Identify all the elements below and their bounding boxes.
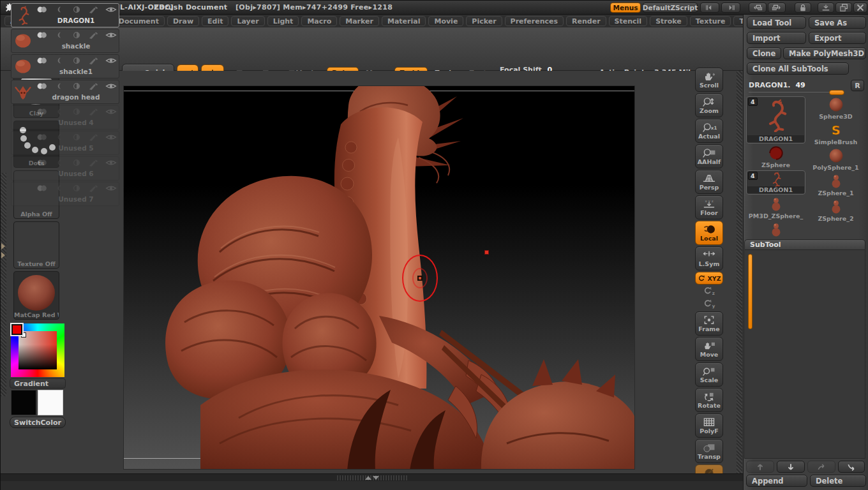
make-polymesh3d-button[interactable]: Make PolyMesh3D: [783, 47, 866, 59]
subtool-extract-button[interactable]: [807, 461, 835, 473]
secondary-color-swatch[interactable]: [38, 390, 63, 415]
shelf-button[interactable]: z: [695, 286, 723, 297]
visibility-eye-icon[interactable]: [105, 82, 117, 90]
tool-item[interactable]: 4 DRAGON1: [746, 170, 805, 195]
tool-item[interactable]: S SimpleBrush: [806, 122, 865, 146]
shelf-button[interactable]: Local: [695, 221, 723, 245]
dock-left-button[interactable]: [749, 3, 767, 13]
uv-icon[interactable]: [53, 31, 66, 39]
visibility-eye-icon[interactable]: [105, 184, 117, 192]
polypaint-icon[interactable]: [36, 31, 49, 39]
polypaint-icon[interactable]: [36, 82, 49, 90]
export-button[interactable]: Export: [809, 32, 866, 44]
tool-name-slider[interactable]: DRAGON1. 49: [749, 81, 844, 93]
visibility-eye-icon[interactable]: [105, 159, 117, 167]
subtool-item[interactable]: shackle: [11, 29, 119, 53]
menu-item[interactable]: Light: [267, 16, 299, 26]
switch-color-button[interactable]: SwitchColor: [10, 417, 66, 428]
dock-right-button[interactable]: [768, 3, 786, 13]
edit-brush-icon[interactable]: [87, 108, 100, 115]
colorize-icon[interactable]: [70, 31, 83, 39]
visibility-eye-icon[interactable]: [105, 57, 117, 64]
menu-item[interactable]: Stencil: [609, 16, 648, 26]
minimize-button[interactable]: [818, 3, 834, 13]
menu-item[interactable]: Document: [113, 16, 165, 26]
tray-divider-handle[interactable]: [337, 475, 407, 480]
clone-all-subtools-button[interactable]: Clone All SubTools: [747, 63, 849, 75]
canvas-document[interactable]: [123, 85, 635, 470]
polypaint-icon[interactable]: [36, 159, 49, 167]
import-button[interactable]: Import: [747, 32, 806, 44]
texture-selector[interactable]: Texture Off: [13, 221, 59, 269]
visibility-eye-icon[interactable]: [105, 108, 117, 115]
scrub-right-button[interactable]: [721, 3, 740, 13]
edit-brush-icon[interactable]: [87, 159, 100, 167]
shelf-button[interactable]: Scale: [695, 362, 723, 387]
uv-icon[interactable]: [53, 82, 66, 90]
shelf-button[interactable]: Transp: [695, 439, 723, 463]
tool-item[interactable]: PolySphere_1: [806, 147, 865, 172]
subtool-item[interactable]: Unused 5: [11, 131, 119, 155]
shelf-button[interactable]: Persp: [695, 170, 723, 194]
subtool-insert-button[interactable]: [838, 461, 865, 473]
polypaint-icon[interactable]: [36, 184, 49, 192]
subtool-scroll-indicator[interactable]: [748, 254, 752, 329]
uv-icon[interactable]: [53, 133, 66, 141]
polypaint-icon[interactable]: [36, 57, 49, 64]
rename-button[interactable]: R: [851, 80, 864, 91]
shelf-button[interactable]: Move: [695, 337, 723, 361]
delete-button[interactable]: Delete: [810, 475, 866, 487]
shelf-button[interactable]: PolyF: [695, 413, 723, 438]
tool-item[interactable]: ZSphere_2: [806, 198, 865, 223]
shelf-button[interactable]: AAHalf: [695, 144, 723, 168]
append-button[interactable]: Append: [746, 475, 807, 487]
menu-item[interactable]: Texture: [690, 16, 731, 26]
shelf-button[interactable]: x y z Floor: [695, 195, 723, 219]
shelf-button[interactable]: x1 Actual: [695, 119, 723, 143]
colorize-icon[interactable]: [70, 108, 83, 115]
clone-button[interactable]: Clone: [747, 47, 781, 59]
visibility-eye-icon[interactable]: [105, 133, 117, 141]
uv-icon[interactable]: [53, 159, 66, 167]
edit-brush-icon[interactable]: [87, 57, 100, 64]
menu-item[interactable]: Picker: [466, 16, 502, 26]
polypaint-icon[interactable]: [36, 133, 49, 141]
subtool-item[interactable]: Unused 7: [11, 182, 119, 206]
colorize-icon[interactable]: [70, 82, 83, 90]
edit-brush-icon[interactable]: [87, 82, 100, 90]
subtool-item[interactable]: dragon head: [11, 80, 119, 104]
color-picker[interactable]: [11, 323, 64, 377]
shelf-button[interactable]: Scroll: [695, 68, 723, 92]
colorize-icon[interactable]: [70, 159, 83, 167]
slider-handle[interactable]: [829, 90, 844, 95]
shelf-button[interactable]: XYZ: [695, 272, 723, 285]
edit-brush-icon[interactable]: [87, 31, 100, 39]
tool-item[interactable]: Sphere3D: [806, 96, 865, 121]
visibility-eye-icon[interactable]: [105, 6, 117, 13]
right-tray-divider[interactable]: [737, 71, 742, 473]
polypaint-icon[interactable]: [36, 108, 49, 115]
edit-brush-icon[interactable]: [87, 184, 100, 192]
menu-item[interactable]: Preferences: [505, 16, 564, 26]
menu-item[interactable]: Draw: [167, 16, 199, 26]
shelf-button[interactable]: L.Sym: [695, 246, 723, 271]
close-button[interactable]: [853, 3, 867, 13]
tool-item[interactable]: PM3D_ZSphere_: [746, 196, 805, 220]
subtool-item[interactable]: shackle1: [11, 54, 119, 78]
uv-icon[interactable]: [53, 57, 66, 64]
shelf-button[interactable]: Rotate: [695, 388, 723, 412]
colorize-icon[interactable]: [70, 57, 83, 64]
subtool-item[interactable]: Unused 6: [11, 156, 119, 181]
uv-icon[interactable]: [53, 108, 66, 115]
save-as-button[interactable]: Save As: [809, 17, 866, 29]
menu-item[interactable]: Movie: [428, 16, 463, 26]
gradient-button[interactable]: Gradient: [10, 378, 66, 389]
subtool-down-button[interactable]: [777, 461, 805, 473]
subtool-header[interactable]: SubTool: [744, 239, 865, 250]
lock-button[interactable]: [795, 3, 811, 13]
shelf-button[interactable]: y: [695, 299, 723, 310]
menu-item[interactable]: Stroke: [650, 16, 687, 26]
edit-brush-icon[interactable]: [87, 133, 100, 141]
subtool-item[interactable]: Unused 4: [11, 105, 119, 130]
menus-button[interactable]: Menus: [610, 3, 641, 13]
